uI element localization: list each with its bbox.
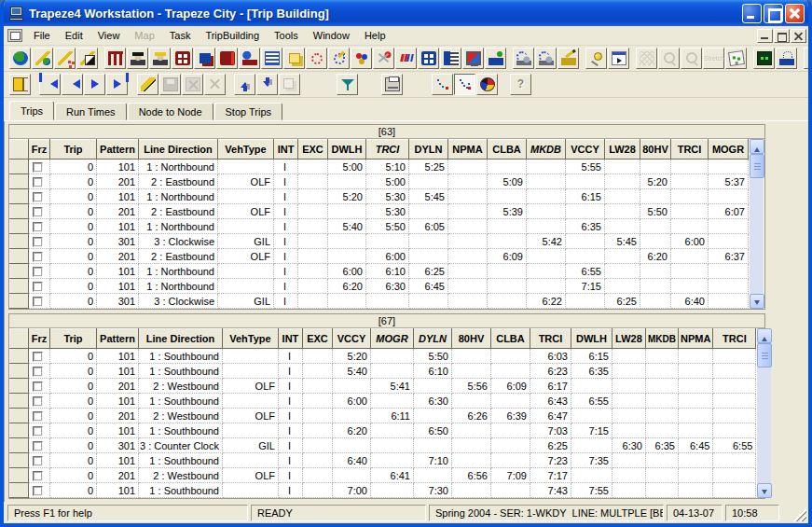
grid-cell[interactable]: 0: [50, 159, 97, 174]
grid-cell[interactable]: [713, 349, 756, 364]
grid-cell[interactable]: OLF: [218, 249, 274, 264]
column-header-trci[interactable]: TRCI: [713, 329, 756, 349]
grid-cell[interactable]: 7:17: [530, 468, 571, 483]
grid-cell[interactable]: 6:35: [566, 219, 605, 234]
grid-cell[interactable]: [451, 483, 490, 498]
column-header-vccy[interactable]: VCCY: [332, 329, 370, 349]
grid-cell[interactable]: [409, 174, 448, 189]
grid-cell[interactable]: [222, 453, 278, 468]
grid-cell[interactable]: 6:15: [571, 349, 612, 364]
column-header-vehtype[interactable]: VehType: [218, 140, 274, 159]
mdi-minimize-button[interactable]: [757, 29, 773, 43]
column-header-trip[interactable]: Trip: [50, 329, 97, 349]
grid-cell[interactable]: 6:20: [328, 279, 366, 294]
grid-cell[interactable]: [451, 438, 490, 453]
legend-pie-button[interactable]: [476, 74, 498, 95]
grid-cell[interactable]: [645, 423, 678, 438]
grid-cell[interactable]: [370, 364, 413, 379]
grid-cell[interactable]: [409, 234, 448, 249]
grid-cell[interactable]: 6:43: [530, 394, 571, 409]
grid-cell[interactable]: 301: [97, 234, 139, 249]
scroll-up-button[interactable]: [750, 139, 764, 154]
freeze-checkbox[interactable]: [33, 282, 43, 292]
grid-cell[interactable]: [302, 423, 332, 438]
grid-cell[interactable]: [298, 219, 328, 234]
grid-cell[interactable]: 5:20: [640, 174, 671, 189]
grid-cell[interactable]: [640, 294, 671, 309]
freeze-checkbox[interactable]: [33, 222, 43, 232]
grid-cell[interactable]: 0: [50, 409, 97, 423]
grid-cell[interactable]: [709, 219, 749, 234]
grid-cell[interactable]: [302, 379, 332, 394]
grid-cell[interactable]: [490, 453, 530, 468]
grid-cell[interactable]: [328, 249, 366, 264]
grid-cell[interactable]: 2 : Westbound: [139, 379, 223, 394]
column-header-pattern[interactable]: Pattern: [97, 140, 139, 159]
vertical-scrollbar[interactable]: [749, 139, 764, 309]
grid-cell[interactable]: 101: [97, 264, 139, 279]
grid-cell[interactable]: 6:40: [332, 453, 370, 468]
grid-cell[interactable]: 6:39: [490, 409, 530, 423]
grid-cell[interactable]: [709, 294, 749, 309]
grid-cell[interactable]: 7:10: [413, 453, 451, 468]
grid-cell[interactable]: I: [274, 189, 298, 204]
row-selector[interactable]: [10, 409, 29, 423]
grid-cell[interactable]: [527, 264, 566, 279]
grid-cell[interactable]: [713, 468, 756, 483]
grid-cell[interactable]: [302, 394, 332, 409]
row-selector[interactable]: [10, 294, 29, 309]
grid-cell[interactable]: 6:22: [527, 294, 566, 309]
grid-cell[interactable]: 201: [97, 204, 139, 219]
tab-run-times[interactable]: Run Times: [55, 103, 127, 120]
grid-cell[interactable]: [302, 453, 332, 468]
column-header-selector[interactable]: [10, 140, 29, 159]
grid-cell[interactable]: 6:45: [678, 438, 712, 453]
scroll-thumb[interactable]: [750, 154, 764, 178]
grid-cell[interactable]: [671, 219, 709, 234]
grid-cell[interactable]: [709, 279, 749, 294]
grid-cell[interactable]: [671, 264, 709, 279]
column-header-trci[interactable]: TRCI: [366, 140, 409, 159]
row-selector[interactable]: [10, 279, 29, 294]
grid-cell[interactable]: 6:00: [332, 394, 370, 409]
grid-cell[interactable]: 201: [97, 249, 139, 264]
grid-cell[interactable]: 7:09: [490, 468, 530, 483]
column-header-mkdb[interactable]: MKDB: [527, 140, 566, 159]
row-selector[interactable]: [10, 204, 29, 219]
wand-contrast-button[interactable]: [76, 48, 98, 69]
grid-cell[interactable]: [605, 219, 640, 234]
grid-cell[interactable]: 6:41: [370, 468, 413, 483]
cut-trips-button[interactable]: [373, 48, 394, 69]
freeze-checkbox[interactable]: [33, 237, 43, 247]
timetable-stack-button[interactable]: [283, 48, 305, 69]
scroll-track[interactable]: [750, 178, 764, 294]
row-selector[interactable]: [10, 219, 29, 234]
grid-cell[interactable]: 0: [50, 234, 97, 249]
grid-cell[interactable]: [370, 453, 413, 468]
grid-cell[interactable]: I: [274, 279, 298, 294]
grid-cell[interactable]: [370, 438, 413, 453]
grid-cell[interactable]: 5:56: [451, 379, 490, 394]
scroll-down-button[interactable]: [757, 483, 772, 498]
grid-cell[interactable]: 201: [97, 409, 139, 423]
grid-cell[interactable]: [571, 468, 612, 483]
grid-cell[interactable]: [366, 294, 409, 309]
grid-cell[interactable]: 1 : Northbound: [139, 279, 218, 294]
grid-cell[interactable]: 1 : Northbound: [139, 189, 218, 204]
grid-cell[interactable]: 7:30: [413, 483, 451, 498]
grid-cell[interactable]: [448, 279, 488, 294]
grid-cell[interactable]: 1 : Northbound: [139, 264, 218, 279]
freeze-checkbox[interactable]: [33, 352, 43, 362]
grid-cell[interactable]: [527, 279, 566, 294]
grid-cell[interactable]: I: [278, 438, 302, 453]
grid-cell[interactable]: 1 : Southbound: [139, 349, 223, 364]
depot-button[interactable]: [104, 48, 126, 69]
grid-cell[interactable]: OLF: [222, 409, 278, 423]
grid-cell[interactable]: [448, 189, 488, 204]
grid-cell[interactable]: [605, 204, 640, 219]
column-header-int[interactable]: INT: [278, 329, 302, 349]
stop-antenna-button[interactable]: [776, 48, 797, 69]
record-last-button[interactable]: [106, 74, 128, 95]
grid-cell[interactable]: 7:43: [530, 483, 571, 498]
grid-cell[interactable]: [678, 364, 712, 379]
